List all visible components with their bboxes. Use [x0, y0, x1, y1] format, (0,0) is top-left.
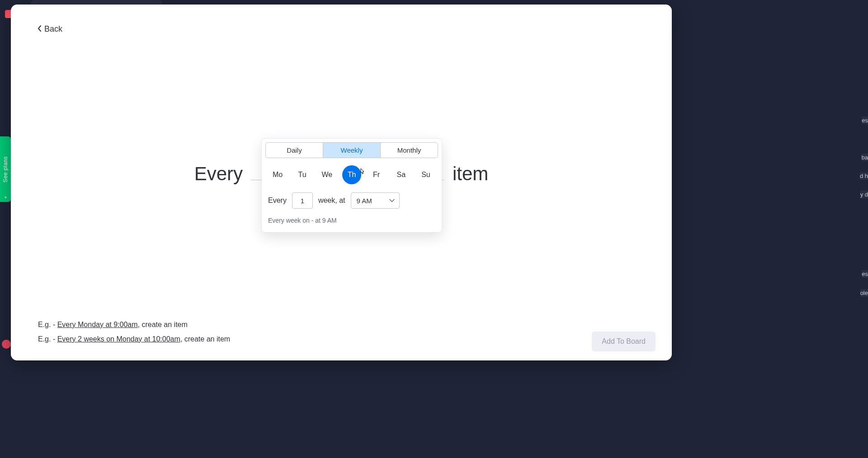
example-prefix: E.g. - — [38, 335, 57, 343]
browser-tab-fragment — [31, 0, 162, 4]
day-mo[interactable]: Mo — [268, 165, 287, 184]
day-sa[interactable]: Sa — [392, 165, 410, 184]
chevron-down-icon — [389, 197, 395, 204]
avatar — [2, 340, 11, 349]
tab-daily[interactable]: Daily — [266, 143, 323, 158]
example-prefix: E.g. - — [38, 321, 57, 328]
back-button[interactable]: Back — [37, 24, 62, 34]
see-plans-label: See plans — [2, 156, 9, 182]
time-select-value: 9 AM — [357, 197, 372, 205]
see-plans-tab[interactable]: See plans + — [0, 136, 11, 202]
schedule-popover: Daily Weekly Monthly Mo Tu We Th Fr Sa S… — [261, 138, 442, 233]
time-select[interactable]: 9 AM — [351, 192, 400, 209]
example-line: E.g. - Every 2 weeks on Monday at 10:00a… — [38, 335, 230, 343]
example-suffix: , create an item — [180, 335, 230, 343]
automation-recipe-modal: Back Every item Daily Weekly Monthly Mo … — [11, 5, 672, 360]
interval-input[interactable] — [292, 192, 313, 209]
sparkle-icon: + — [3, 196, 8, 199]
bg-text-fragment: ole — [860, 289, 868, 297]
bg-text-fragment: d h — [860, 172, 868, 180]
day-we[interactable]: We — [317, 165, 336, 184]
schedule-summary: Every week on - at 9 AM — [262, 210, 442, 232]
week-at-label: week, at — [318, 196, 345, 205]
day-of-week-picker: Mo Tu We Th Fr Sa Su — [262, 158, 442, 187]
back-label: Back — [44, 24, 62, 34]
frequency-segmented-control: Daily Weekly Monthly — [265, 142, 438, 158]
day-th[interactable]: Th — [342, 165, 361, 184]
example-suffix: , create an item — [138, 321, 188, 328]
bg-text-fragment: y d — [860, 191, 868, 198]
sentence-prefix: Every — [194, 163, 243, 185]
add-to-board-button[interactable]: Add To Board — [592, 332, 656, 351]
day-tu[interactable]: Tu — [293, 165, 312, 184]
tab-monthly[interactable]: Monthly — [380, 143, 438, 158]
example-link[interactable]: Every Monday at 9:00am — [57, 321, 138, 328]
bg-text-fragment: es — [862, 117, 868, 124]
example-link[interactable]: Every 2 weeks on Monday at 10:00am — [57, 335, 180, 343]
every-label: Every — [268, 196, 287, 205]
sentence-suffix: item — [453, 163, 488, 185]
interval-row: Every week, at 9 AM — [262, 187, 442, 210]
chevron-left-icon — [37, 25, 42, 33]
example-line: E.g. - Every Monday at 9:00am, create an… — [38, 321, 230, 329]
bg-text-fragment: es — [862, 270, 868, 278]
day-fr[interactable]: Fr — [367, 165, 386, 184]
day-su[interactable]: Su — [416, 165, 435, 184]
tab-weekly[interactable]: Weekly — [323, 143, 380, 158]
examples-block: E.g. - Every Monday at 9:00am, create an… — [38, 321, 230, 343]
bg-text-fragment: ba — [862, 154, 868, 161]
